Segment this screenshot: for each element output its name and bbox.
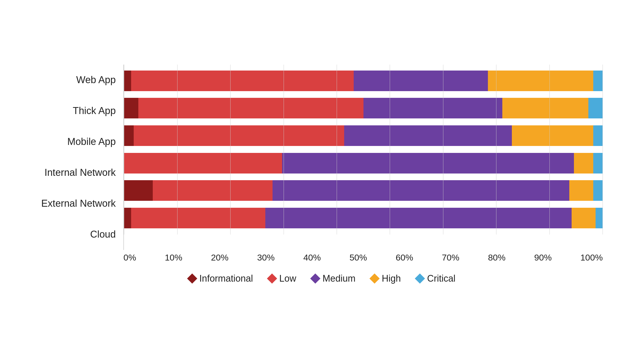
y-label: External Network [41,188,116,219]
legend-diamond-medium [310,273,320,284]
legend-label-high: High [382,273,401,284]
bar-segment-medium [363,98,502,118]
legend-label-medium: Medium [323,273,355,284]
bar-segment-high [502,98,589,118]
x-axis-label: 10% [165,253,182,263]
bar-row [124,205,603,231]
legend-diamond-high [369,273,380,284]
legend-label-low: Low [279,273,296,284]
chart-container: Web AppThick AppMobile AppInternal Netwo… [26,39,618,299]
bar-segment-critical [593,71,603,91]
bar-row [124,95,603,121]
bar-segment-medium [354,71,488,91]
legend-item-medium: Medium [312,273,355,284]
bar-segment-high [574,153,593,174]
bar-segment-low [131,71,354,91]
bar-row [124,150,603,176]
legend-item-informational: Informational [189,273,253,284]
bar-segment-critical [593,125,603,146]
y-label: Internal Network [41,157,116,188]
y-label: Mobile App [41,126,116,157]
bar-row [124,123,603,149]
chart-area: Web AppThick AppMobile AppInternal Netwo… [41,65,603,265]
bar-segment-informational [124,208,131,228]
bar-segment-high [572,208,596,228]
x-axis-label: 30% [257,253,275,263]
x-axis-label: 0% [123,253,136,263]
x-axis-label: 100% [580,253,603,263]
x-axis: 0%10%20%30%40%50%60%70%80%90%100% [123,250,603,265]
bar-segment-critical [593,180,603,201]
bar-segment-medium [273,180,569,201]
y-label: Cloud [41,219,116,250]
x-axis-label: 50% [350,253,367,263]
legend-label-critical: Critical [427,273,455,284]
bar-track [124,71,603,91]
legend-item-high: High [371,273,401,284]
legend-item-critical: Critical [416,273,455,284]
bar-segment-medium [344,125,512,146]
legend-item-low: Low [268,273,296,284]
bar-segment-low [131,208,265,228]
bar-segment-medium [282,153,574,174]
legend-label-informational: Informational [199,273,253,284]
y-label: Thick App [41,96,116,126]
bar-segment-informational [124,180,153,201]
bar-segment-medium [265,208,572,228]
bar-segment-high [488,71,593,91]
bar-segment-critical [593,153,603,174]
legend-diamond-informational [187,273,197,284]
bar-row [124,178,603,203]
bar-segment-informational [124,125,133,146]
x-axis-label: 90% [534,253,552,263]
bar-track [124,180,603,201]
x-axis-label: 80% [488,253,505,263]
bar-segment-high [512,125,593,146]
y-label: Web App [41,65,116,96]
legend-diamond-critical [415,273,425,284]
bar-segment-low [134,125,344,146]
bar-segment-low [153,180,273,201]
legend: InformationalLowMediumHighCritical [41,273,603,284]
bar-track [124,98,603,118]
x-axis-label: 70% [442,253,459,263]
bars-area [123,65,603,250]
bar-row [124,68,603,94]
bar-track [124,125,603,146]
y-axis-labels: Web AppThick AppMobile AppInternal Netwo… [41,65,123,265]
bar-segment-low [138,98,363,118]
chart-plot: 0%10%20%30%40%50%60%70%80%90%100% [123,65,603,265]
x-axis-label: 20% [211,253,228,263]
bar-track [124,153,603,174]
bar-segment-critical [596,208,603,228]
bar-segment-informational [124,71,131,91]
bar-segment-informational [124,98,138,118]
bar-segment-high [569,180,593,201]
x-axis-label: 60% [396,253,413,263]
bars-wrapper [124,65,603,235]
bar-segment-low [124,153,282,174]
x-axis-label: 40% [303,253,321,263]
bar-track [124,208,603,228]
bar-segment-critical [588,98,603,118]
legend-diamond-low [267,273,277,284]
